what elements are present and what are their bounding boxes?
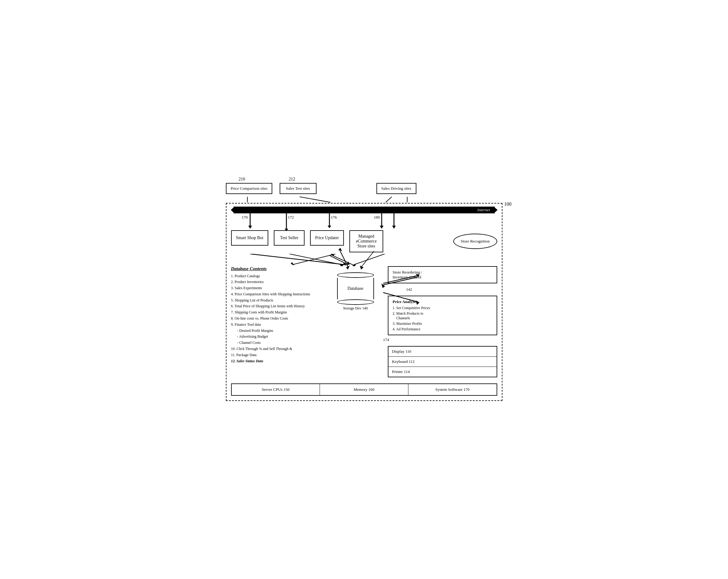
db-item-10: 10. Click Through % and Sell Through & xyxy=(231,346,330,352)
db-item-8: 8. On-line costs vs. Phone Order Costs xyxy=(231,315,330,322)
smart-shop-bot-box: Smart Shop Bot xyxy=(231,230,268,246)
price-updater-box: Price Updater xyxy=(310,230,344,246)
price-updater-label: Price Updater xyxy=(315,236,339,240)
price-analyzer-box: Price Analyzer 1. Set Competitive Prices… xyxy=(388,296,497,335)
svg-line-1 xyxy=(300,197,330,202)
db-item-1: 1. Product Catalogs xyxy=(231,273,330,279)
svg-line-2 xyxy=(386,197,392,202)
test-seller-box: Test Seller xyxy=(274,230,305,246)
store-reordering-label: Store Reordering / Inventory Control xyxy=(393,270,422,279)
db-item-12: 12. Sales Status Data xyxy=(231,358,330,364)
ref-210-label: 210 xyxy=(239,177,245,182)
price-comparison-sites-label: Price Comparison sites xyxy=(231,186,268,191)
managed-ecommerce-label: Managed eCommerce Store sites xyxy=(356,234,377,249)
db-item-9b: - Advertising Budget xyxy=(231,334,330,340)
svg-marker-13 xyxy=(380,226,384,229)
svg-marker-5 xyxy=(248,226,252,229)
svg-line-22 xyxy=(330,255,348,265)
storage-label: Storage Dev 140 xyxy=(343,306,368,311)
database-center: Database Storage Dev 140 xyxy=(336,266,375,311)
db-item-5: 5. Shopping List of Products xyxy=(231,298,330,304)
bottom-bar: Server CPUs 150 Memory 160 System Softwa… xyxy=(231,383,497,396)
internet-bar: Internet xyxy=(231,206,497,213)
price-analyzer-item-3: 3. Maximize Profits xyxy=(393,322,492,326)
price-analyzer-item-4: 4. Ad Performance xyxy=(393,327,492,332)
database-cylinder: Database xyxy=(337,272,374,305)
svg-marker-19 xyxy=(340,265,343,266)
ref-176: 176 xyxy=(331,215,337,220)
sales-test-sites-label: Sales Test sites xyxy=(286,186,310,191)
svg-line-24 xyxy=(333,255,353,265)
svg-line-20 xyxy=(292,254,336,265)
smart-shop-bot-label: Smart Shop Bot xyxy=(236,236,263,240)
ref-212-label: 212 xyxy=(289,177,295,182)
svg-marker-17 xyxy=(343,262,347,266)
svg-line-18 xyxy=(289,254,342,265)
db-contents-title: Database Contents xyxy=(231,266,330,271)
store-recognition-oval: Store Recognition xyxy=(453,233,497,249)
system-software-cell: System Software 170 xyxy=(409,384,497,395)
sales-test-sites-box: Sales Test sites xyxy=(280,183,316,194)
db-item-9a: - Desired Profit Margins xyxy=(231,328,330,334)
ref-170: 170 xyxy=(242,215,248,220)
price-analyzer-item-1: 1. Set Competitive Prices xyxy=(393,306,492,310)
outer-label-100: 100 xyxy=(504,201,512,207)
db-item-3: 3. Sales Experiments xyxy=(231,285,330,291)
sales-driving-sites-label: Sales Driving sites xyxy=(381,186,412,191)
row2-db-connectors xyxy=(231,254,498,266)
internet-label: Internet xyxy=(477,208,490,213)
memory-cell: Memory 160 xyxy=(320,384,409,395)
db-item-6: 6. Total Price of Shopping List Items wi… xyxy=(231,303,330,309)
display-keyboard-printer-box: Display 110 Keyboard 112 Printer 114 xyxy=(388,346,497,377)
printer-row: Printer 114 xyxy=(388,367,497,377)
db-contents-section: Database Contents 1. Product Catalogs 2.… xyxy=(231,266,330,364)
svg-marker-23 xyxy=(346,261,350,265)
store-recognition-label: Store Recognition xyxy=(461,239,490,244)
server-cpus-cell: Server CPUs 150 xyxy=(232,384,320,395)
db-item-4: 4. Price Comparison Sites with Shopping … xyxy=(231,291,330,298)
db-contents-list: 1. Product Catalogs 2. Product Inventori… xyxy=(231,273,330,364)
ref-180: 180 xyxy=(374,215,380,220)
store-reordering-box: Store Reordering / Inventory Control xyxy=(388,266,497,283)
database-label: Database xyxy=(347,286,363,291)
price-analyzer-title: Price Analyzer xyxy=(393,299,492,304)
right-boxes: Store Reordering / Inventory Control 142… xyxy=(382,266,497,377)
db-item-2: 2. Product Inventories xyxy=(231,279,330,285)
svg-marker-27 xyxy=(352,265,356,266)
ref-142: 142 xyxy=(406,287,497,292)
db-item-7: 7. Shipping Costs with Profit Margins xyxy=(231,309,330,315)
internet-connectors-svg xyxy=(231,213,498,230)
db-item-9: 9. Finance Tool data xyxy=(231,322,330,328)
test-seller-label: Test Seller xyxy=(280,236,298,240)
managed-ecommerce-box: Managed eCommerce Store sites xyxy=(349,230,383,252)
svg-marker-15 xyxy=(392,226,396,229)
db-item-11: 11. Package Data xyxy=(231,352,330,358)
price-comparison-sites-box: Price Comparison sites xyxy=(226,183,272,194)
db-item-9c: - Channel Costs xyxy=(231,340,330,346)
main-diagram-box: Internet xyxy=(226,203,502,401)
svg-marker-21 xyxy=(291,262,294,266)
ref-174: 174 xyxy=(383,337,497,342)
svg-line-16 xyxy=(250,254,345,265)
price-analyzer-item-2: 2. Match Products to Channels xyxy=(393,311,492,321)
sales-driving-sites-box: Sales Driving sites xyxy=(376,183,416,194)
keyboard-row: Keyboard 112 xyxy=(388,357,497,367)
display-row: Display 110 xyxy=(388,347,497,357)
svg-marker-25 xyxy=(331,254,334,255)
svg-marker-11 xyxy=(328,226,331,228)
ref-172: 172 xyxy=(288,215,294,220)
svg-line-26 xyxy=(354,254,385,265)
